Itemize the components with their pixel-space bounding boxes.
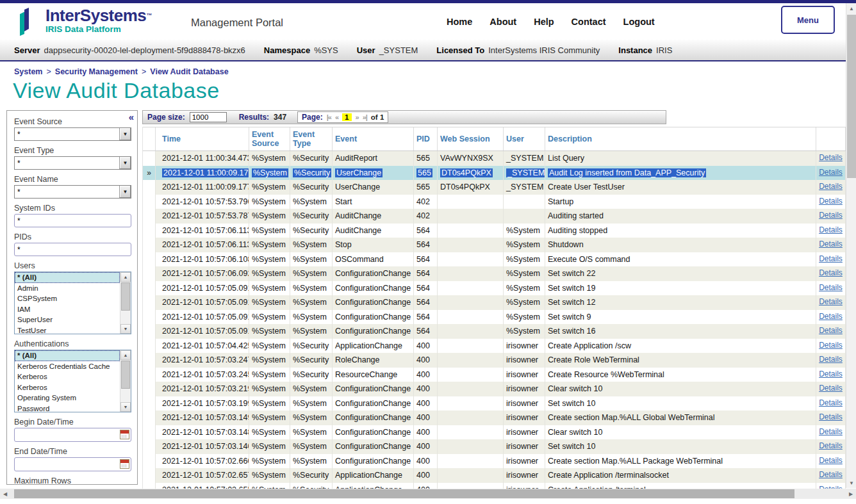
table-row[interactable]: 2021-12-01 10:57:05.091%System%SystemCon…	[143, 295, 846, 310]
users-scrollbar[interactable]: ▲ ▼	[120, 272, 131, 334]
details-link[interactable]: Details	[819, 197, 843, 206]
system-ids-input[interactable]	[14, 214, 131, 227]
details-link[interactable]: Details	[819, 268, 843, 277]
details-link[interactable]: Details	[819, 168, 843, 177]
vertical-scrollbar[interactable]: ▲ ▼	[846, 3, 856, 488]
prev-page-icon[interactable]: «	[335, 113, 338, 121]
details-link[interactable]: Details	[819, 326, 843, 335]
table-row[interactable]: 2021-12-01 11:00:09.177%System%SecurityU…	[143, 180, 846, 195]
table-row[interactable]: 2021-12-01 10:57:03.247%System%SecurityR…	[143, 353, 846, 368]
scroll-up-icon[interactable]: ▲	[120, 272, 131, 282]
chevron-down-icon[interactable]: ▼	[119, 186, 131, 198]
table-row[interactable]: 2021-12-01 10:57:04.425%System%SecurityA…	[143, 339, 846, 354]
details-link[interactable]: Details	[819, 182, 843, 191]
list-option[interactable]: CSPSystem	[15, 293, 120, 304]
table-row[interactable]: 2021-12-01 10:57:05.091%System%SystemCon…	[143, 281, 846, 296]
event-type-select[interactable]: * ▼	[14, 156, 131, 170]
list-option[interactable]: Admin	[15, 283, 120, 294]
breadcrumb-security-management[interactable]: Security Management	[55, 67, 138, 76]
next-page-icon[interactable]: »	[356, 113, 359, 121]
nav-help[interactable]: Help	[534, 17, 554, 27]
table-row[interactable]: 2021-12-01 10:57:03.199%System%SystemCon…	[143, 396, 846, 411]
table-row[interactable]: 2021-12-01 10:57:03.219%System%SystemCon…	[143, 382, 846, 396]
table-row[interactable]: 2021-12-01 10:57:03.140%System%SystemCon…	[143, 439, 846, 454]
list-option[interactable]: Kerberos	[15, 371, 120, 382]
calendar-icon[interactable]	[120, 430, 129, 439]
chevron-down-icon[interactable]: ▼	[119, 157, 131, 169]
table-row[interactable]: 2021-12-01 10:57:06.092%System%SystemCon…	[143, 266, 846, 281]
scroll-up-icon[interactable]: ▲	[846, 3, 856, 13]
scroll-thumb[interactable]	[121, 282, 130, 311]
table-row[interactable]: 2021-12-01 10:57:03.149%System%SystemCon…	[143, 411, 846, 425]
list-option[interactable]: Kerberos	[15, 382, 120, 393]
table-row[interactable]: 2021-12-01 10:57:02.660%System%SystemCon…	[143, 454, 846, 469]
menu-button[interactable]: Menu	[781, 6, 835, 34]
details-link[interactable]: Details	[819, 412, 843, 421]
list-option[interactable]: Password	[15, 403, 120, 412]
end-datetime-input[interactable]	[14, 457, 131, 471]
pids-input[interactable]	[14, 243, 131, 256]
list-option[interactable]: * (All)	[15, 350, 120, 361]
scroll-down-icon[interactable]: ▼	[120, 402, 131, 412]
details-link[interactable]: Details	[819, 384, 843, 393]
scroll-right-icon[interactable]: ▶	[846, 489, 856, 499]
list-option[interactable]: SuperUser	[15, 314, 120, 325]
details-link[interactable]: Details	[819, 297, 843, 306]
scroll-down-icon[interactable]: ▼	[120, 324, 131, 334]
scroll-left-icon[interactable]: ◀	[0, 489, 10, 499]
last-page-icon[interactable]: »|	[363, 113, 367, 121]
details-link[interactable]: Details	[819, 225, 843, 234]
details-link[interactable]: Details	[819, 441, 843, 450]
details-link[interactable]: Details	[819, 312, 843, 321]
nav-logout[interactable]: Logout	[623, 17, 655, 27]
calendar-icon[interactable]	[120, 459, 129, 469]
details-link[interactable]: Details	[819, 470, 843, 479]
first-page-icon[interactable]: |«	[327, 113, 331, 121]
table-row[interactable]: 2021-12-01 10:57:06.113%System%SecurityA…	[143, 224, 846, 238]
event-name-select[interactable]: * ▼	[14, 185, 131, 199]
table-row[interactable]: 2021-12-01 11:00:34.473%System%SecurityA…	[143, 151, 846, 166]
list-option[interactable]: IAM	[15, 304, 120, 315]
scroll-down-icon[interactable]: ▼	[846, 478, 856, 488]
table-row[interactable]: 2021-12-01 10:57:02.657%System%SecurityA…	[143, 468, 846, 483]
horizontal-scrollbar[interactable]: ◀ ▶	[0, 489, 856, 499]
list-option[interactable]: TestUser	[15, 325, 120, 334]
details-link[interactable]: Details	[819, 254, 843, 263]
list-option[interactable]: Operating System	[15, 393, 120, 403]
nav-about[interactable]: About	[490, 17, 516, 27]
details-link[interactable]: Details	[819, 211, 843, 220]
breadcrumb-system[interactable]: System	[14, 67, 42, 76]
table-row[interactable]: 2021-12-01 10:57:53.787%System%SecurityA…	[143, 209, 846, 224]
event-source-select[interactable]: * ▼	[14, 127, 131, 141]
current-page[interactable]: 1	[342, 113, 351, 121]
table-row[interactable]: 2021-12-01 10:57:53.796%System%SystemSta…	[143, 195, 846, 209]
table-row[interactable]: 2021-12-01 10:57:03.245%System%SecurityR…	[143, 368, 846, 382]
details-link[interactable]: Details	[819, 427, 843, 436]
sidebar-collapse-icon[interactable]: «	[129, 111, 134, 122]
authentications-listbox[interactable]: * (All)Kerberos Credentials CacheKerbero…	[14, 350, 131, 412]
users-listbox[interactable]: * (All)AdminCSPSystemIAMSuperUserTestUse…	[14, 272, 131, 334]
scroll-up-icon[interactable]: ▲	[120, 350, 131, 360]
details-link[interactable]: Details	[819, 355, 843, 364]
details-link[interactable]: Details	[819, 240, 843, 248]
table-row[interactable]: 2021-12-01 10:57:05.091%System%SystemCon…	[143, 324, 846, 339]
page-size-input[interactable]	[190, 112, 227, 122]
table-row[interactable]: 2021-12-01 10:57:03.148%System%SystemCon…	[143, 425, 846, 440]
nav-contact[interactable]: Contact	[572, 17, 606, 27]
scroll-thumb[interactable]	[121, 361, 130, 389]
table-row[interactable]: »2021-12-01 11:00:09.179%System%Security…	[143, 166, 846, 181]
details-link[interactable]: Details	[819, 283, 843, 292]
horizontal-scroll-thumb[interactable]	[14, 489, 794, 498]
table-row[interactable]: 2021-12-01 10:57:05.091%System%SystemCon…	[143, 310, 846, 325]
vertical-scroll-thumb[interactable]	[847, 15, 856, 178]
details-link[interactable]: Details	[819, 370, 843, 378]
chevron-down-icon[interactable]: ▼	[119, 128, 131, 140]
list-option[interactable]: Kerberos Credentials Cache	[15, 361, 120, 372]
nav-home[interactable]: Home	[447, 17, 472, 27]
list-option[interactable]: * (All)	[15, 272, 120, 283]
table-row[interactable]: 2021-12-01 10:57:06.113%System%SystemSto…	[143, 238, 846, 252]
begin-datetime-input[interactable]	[14, 428, 131, 442]
table-row[interactable]: 2021-12-01 10:57:02.655%System%SecurityA…	[143, 483, 846, 489]
details-link[interactable]: Details	[819, 341, 843, 350]
details-link[interactable]: Details	[819, 456, 843, 465]
